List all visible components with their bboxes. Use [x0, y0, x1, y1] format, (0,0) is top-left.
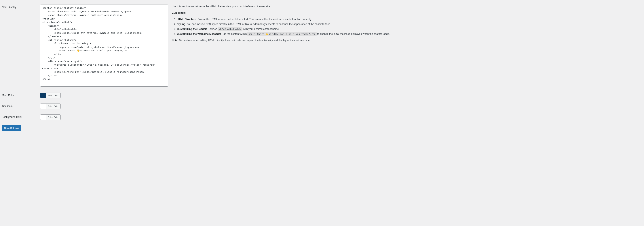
- chat-display-label: Chat Display: [2, 2, 38, 90]
- title-color-picker[interactable]: Select Color: [40, 104, 61, 109]
- save-settings-button[interactable]: Save Settings: [2, 125, 21, 131]
- code-snippet: <h2>Chatbot</h2>: [218, 27, 242, 31]
- guideline-item: Customizing the Header: Replace <h2>Chat…: [177, 27, 640, 31]
- background-color-label: Background Color: [2, 112, 38, 123]
- title-color-row: Title Color Select Color: [2, 101, 642, 112]
- guideline-item: Styling: You can include CSS styles dire…: [177, 22, 640, 26]
- guideline-item: HTML Structure: Ensure the HTML is valid…: [177, 17, 640, 21]
- guideline-item: Customizing the Welcome Message: Edit th…: [177, 32, 640, 36]
- title-color-swatch[interactable]: [40, 104, 46, 109]
- background-color-swatch[interactable]: [40, 115, 46, 120]
- main-color-picker[interactable]: Select Color: [40, 93, 61, 98]
- title-color-label: Title Color: [2, 101, 38, 112]
- submit-row: Save Settings: [2, 123, 642, 134]
- main-color-select-button[interactable]: Select Color: [46, 93, 60, 98]
- code-snippet: <p>Hi there 👋<br>How can I help you toda…: [247, 32, 316, 36]
- help-intro: Use this section to customize the HTML t…: [172, 4, 640, 8]
- chat-display-help: Use this section to customize the HTML t…: [170, 2, 642, 90]
- guidelines-list: HTML Structure: Ensure the HTML is valid…: [177, 17, 640, 36]
- help-note: Note: Be cautious when editing HTML dire…: [172, 38, 640, 42]
- background-color-select-button[interactable]: Select Color: [46, 115, 60, 120]
- chat-display-row: Chat Display Use this section to customi…: [2, 2, 642, 90]
- main-color-label: Main Color: [2, 90, 38, 101]
- main-color-row: Main Color Select Color: [2, 90, 642, 101]
- background-color-row: Background Color Select Color: [2, 112, 642, 123]
- main-color-swatch[interactable]: [40, 93, 46, 98]
- chat-display-textarea[interactable]: [40, 4, 168, 87]
- title-color-select-button[interactable]: Select Color: [46, 104, 60, 109]
- background-color-picker[interactable]: Select Color: [40, 114, 61, 120]
- guidelines-heading: Guidelines:: [172, 11, 186, 14]
- settings-form-table: Chat Display Use this section to customi…: [2, 2, 642, 123]
